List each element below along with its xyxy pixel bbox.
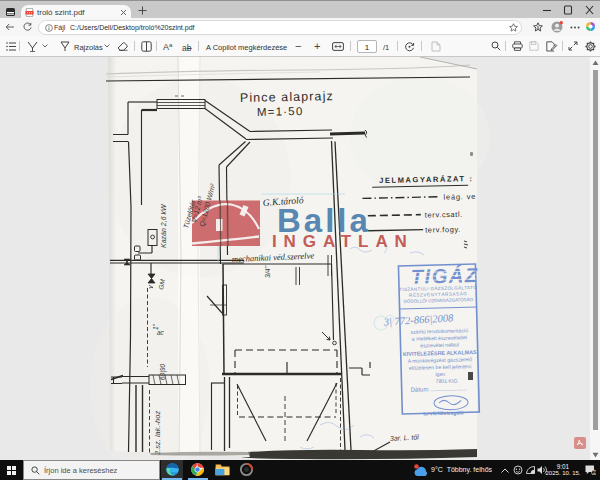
- svg-text:terv.fogy.: terv.fogy.: [425, 225, 461, 235]
- svg-text:Pince alaprajz: Pince alaprajz: [240, 89, 334, 105]
- svg-text:60|90: 60|90: [159, 363, 167, 380]
- svg-text:terv.csatl.: terv.csatl.: [425, 210, 463, 220]
- svg-text:Kazán 2,6 kW: Kazán 2,6 kW: [160, 203, 167, 248]
- svg-text:igen: igen: [435, 371, 445, 377]
- svg-text:7801 KIG: 7801 KIG: [435, 378, 457, 385]
- svg-text:ac: ac: [157, 329, 165, 336]
- svg-text:3/4": 3/4": [264, 265, 271, 278]
- svg-text:leág. ve: leág. ve: [443, 192, 476, 202]
- svg-text:M=1·50: M=1·50: [257, 105, 304, 118]
- svg-text:INGATLAN: INGATLAN: [272, 232, 414, 251]
- svg-text:2.sz. lak.-hoz: 2.sz. lak.-hoz: [153, 411, 162, 456]
- svg-text:észrevétel nélkül: észrevétel nélkül: [420, 341, 459, 348]
- svg-text:tervfelülvizsgáló: tervfelülvizsgáló: [423, 409, 464, 416]
